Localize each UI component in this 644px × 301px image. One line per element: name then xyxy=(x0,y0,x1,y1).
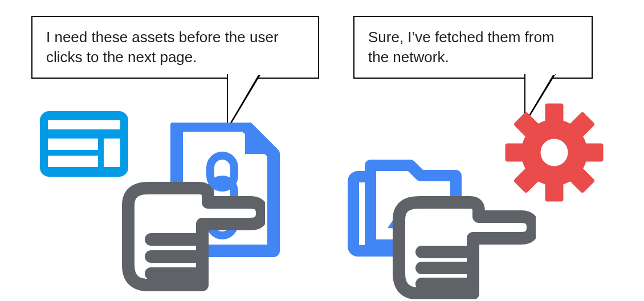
svg-rect-3 xyxy=(48,156,98,167)
diagram-stage: I need these assets before the user clic… xyxy=(0,0,644,301)
hand-pointing-right-icon xyxy=(117,171,265,294)
speech-text-right: Sure, I’ve fetched them from the network… xyxy=(368,29,555,66)
svg-point-24 xyxy=(541,139,568,166)
speech-tail-left-fill xyxy=(228,74,259,127)
hand-pointing-right-icon xyxy=(388,188,536,299)
speech-tail-left-patch xyxy=(228,73,261,75)
speech-bubble-right: Sure, I’ve fetched them from the network… xyxy=(353,16,593,79)
svg-rect-4 xyxy=(104,139,120,167)
speech-tail-right-patch xyxy=(525,73,555,75)
svg-rect-1 xyxy=(48,120,120,129)
speech-text-left: I need these assets before the user clic… xyxy=(46,29,279,66)
svg-rect-2 xyxy=(48,139,98,150)
webpage-layout-icon xyxy=(40,111,128,177)
speech-bubble-left: I need these assets before the user clic… xyxy=(31,16,319,79)
gear-icon xyxy=(504,103,604,202)
